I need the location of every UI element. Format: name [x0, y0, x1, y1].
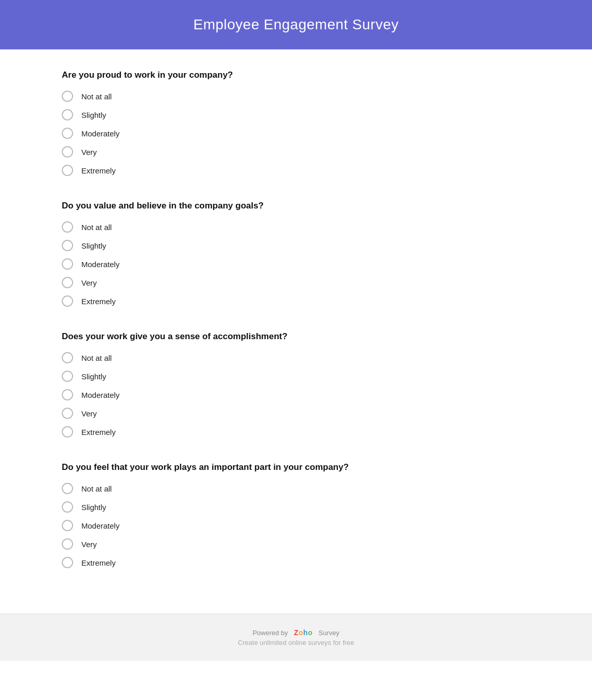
radio-1-4[interactable]: [62, 146, 73, 157]
survey-title: Employee Engagement Survey: [0, 16, 592, 33]
radio-3-3[interactable]: [62, 389, 73, 400]
option-label-3-3: Moderately: [81, 391, 119, 399]
options-list-3: Not at allSlightlyModeratelyVeryExtremel…: [62, 352, 530, 437]
list-item[interactable]: Not at all: [62, 352, 530, 363]
question-block-4: Do you feel that your work plays an impo…: [62, 462, 530, 568]
option-label-1-3: Moderately: [81, 129, 119, 138]
list-item[interactable]: Moderately: [62, 520, 530, 531]
list-item[interactable]: Very: [62, 538, 530, 550]
radio-2-5[interactable]: [62, 295, 73, 307]
radio-4-4[interactable]: [62, 538, 73, 550]
list-item[interactable]: Slightly: [62, 501, 530, 513]
option-label-4-3: Moderately: [81, 521, 119, 530]
zoho-o1: o: [299, 628, 303, 637]
list-item[interactable]: Not at all: [62, 483, 530, 494]
list-item[interactable]: Slightly: [62, 240, 530, 251]
radio-1-1[interactable]: [62, 91, 73, 102]
radio-1-2[interactable]: [62, 109, 73, 120]
radio-4-3[interactable]: [62, 520, 73, 531]
option-label-1-4: Very: [81, 148, 97, 156]
radio-3-4[interactable]: [62, 408, 73, 419]
list-item[interactable]: Not at all: [62, 221, 530, 233]
option-label-1-5: Extremely: [81, 166, 116, 175]
list-item[interactable]: Very: [62, 408, 530, 419]
footer-powered-by: Powered by Zoho Survey: [0, 628, 592, 637]
radio-4-5[interactable]: [62, 557, 73, 568]
list-item[interactable]: Extremely: [62, 165, 530, 176]
survey-body: Are you proud to work in your company?No…: [0, 49, 592, 614]
option-label-3-2: Slightly: [81, 372, 106, 381]
option-label-2-5: Extremely: [81, 297, 116, 306]
zoho-o2: o: [308, 628, 312, 637]
question-text-2: Do you value and believe in the company …: [62, 201, 530, 211]
question-block-2: Do you value and believe in the company …: [62, 201, 530, 307]
options-list-4: Not at allSlightlyModeratelyVeryExtremel…: [62, 483, 530, 568]
question-block-3: Does your work give you a sense of accom…: [62, 331, 530, 437]
list-item[interactable]: Very: [62, 146, 530, 157]
option-label-4-2: Slightly: [81, 503, 106, 512]
zoho-logo: Zoho: [294, 628, 312, 637]
options-list-2: Not at allSlightlyModeratelyVeryExtremel…: [62, 221, 530, 307]
option-label-3-4: Very: [81, 409, 97, 418]
list-item[interactable]: Moderately: [62, 258, 530, 270]
brand-suffix: Survey: [319, 629, 339, 637]
list-item[interactable]: Slightly: [62, 109, 530, 120]
question-text-3: Does your work give you a sense of accom…: [62, 331, 530, 342]
options-list-1: Not at allSlightlyModeratelyVeryExtremel…: [62, 91, 530, 176]
radio-1-5[interactable]: [62, 165, 73, 176]
radio-4-2[interactable]: [62, 501, 73, 513]
list-item[interactable]: Very: [62, 277, 530, 288]
question-text-4: Do you feel that your work plays an impo…: [62, 462, 530, 472]
powered-by-label: Powered by: [253, 629, 288, 637]
radio-3-2[interactable]: [62, 371, 73, 382]
option-label-4-1: Not at all: [81, 484, 112, 493]
radio-4-1[interactable]: [62, 483, 73, 494]
option-label-4-5: Extremely: [81, 558, 116, 567]
list-item[interactable]: Moderately: [62, 389, 530, 400]
radio-2-2[interactable]: [62, 240, 73, 251]
option-label-2-4: Very: [81, 278, 97, 287]
zoho-z: Z: [294, 628, 299, 637]
question-text-1: Are you proud to work in your company?: [62, 70, 530, 80]
survey-header: Employee Engagement Survey: [0, 0, 592, 49]
list-item[interactable]: Extremely: [62, 426, 530, 437]
zoho-h: h: [303, 628, 308, 637]
option-label-2-3: Moderately: [81, 260, 119, 269]
list-item[interactable]: Extremely: [62, 557, 530, 568]
option-label-3-1: Not at all: [81, 354, 112, 362]
list-item[interactable]: Slightly: [62, 371, 530, 382]
option-label-2-1: Not at all: [81, 223, 112, 232]
radio-2-1[interactable]: [62, 221, 73, 233]
option-label-2-2: Slightly: [81, 241, 106, 250]
list-item[interactable]: Not at all: [62, 91, 530, 102]
option-label-4-4: Very: [81, 540, 97, 549]
list-item[interactable]: Moderately: [62, 128, 530, 139]
radio-3-5[interactable]: [62, 426, 73, 437]
survey-footer: Powered by Zoho Survey Create unlimited …: [0, 614, 592, 661]
list-item[interactable]: Extremely: [62, 295, 530, 307]
option-label-3-5: Extremely: [81, 428, 116, 436]
radio-2-3[interactable]: [62, 258, 73, 270]
option-label-1-1: Not at all: [81, 92, 112, 101]
radio-2-4[interactable]: [62, 277, 73, 288]
footer-tagline: Create unlimited online surveys for free: [0, 639, 592, 646]
radio-3-1[interactable]: [62, 352, 73, 363]
option-label-1-2: Slightly: [81, 111, 106, 119]
question-block-1: Are you proud to work in your company?No…: [62, 70, 530, 176]
radio-1-3[interactable]: [62, 128, 73, 139]
